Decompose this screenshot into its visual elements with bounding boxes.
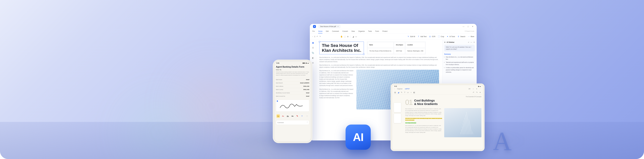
hand-icon[interactable]: ✋ bbox=[340, 36, 343, 38]
eraser-tool[interactable]: ◧ bbox=[414, 92, 415, 94]
menu-view[interactable]: View bbox=[352, 30, 355, 32]
page-counter: 1/8 bbox=[468, 88, 470, 90]
info-table: NameArea SpaceLocation The Sea House of … bbox=[367, 42, 426, 54]
phone-device: 9:41 ▮▮▮◉▬ Agent Banking Details Form De… bbox=[273, 60, 312, 143]
menu-form[interactable]: Form bbox=[375, 30, 379, 32]
more-button[interactable]: ⋯ bbox=[305, 114, 309, 118]
ai-sparkle-icon: ✦ bbox=[444, 41, 446, 43]
panel-icon[interactable]: ▥ bbox=[394, 92, 396, 94]
redo-icon[interactable]: ↷ bbox=[319, 36, 321, 38]
comments-icon[interactable]: ✉ bbox=[312, 62, 314, 64]
menu-tools[interactable]: Tools bbox=[368, 30, 372, 32]
summary-item: Klan Architects Inc., is a mid-sized arc… bbox=[446, 56, 475, 60]
menu-home[interactable]: Home bbox=[318, 30, 322, 32]
wifi-icon: ◉ bbox=[306, 62, 307, 64]
page-header: The Sea House Of Klan Architects Inc. Na… bbox=[319, 42, 439, 54]
minimize-icon[interactable]: — bbox=[462, 26, 464, 28]
minimize-icon[interactable]: — bbox=[470, 41, 472, 43]
ai-icon[interactable]: ✦ bbox=[480, 92, 481, 94]
layers-icon[interactable]: ◧ bbox=[312, 57, 314, 59]
comment-input[interactable]: Comment ⌃ bbox=[276, 120, 309, 125]
summary-item: It relies on photovoltaic panes for elec… bbox=[446, 66, 475, 73]
note-tool[interactable]: ▭ bbox=[407, 92, 409, 94]
underline-button[interactable]: Aa bbox=[286, 114, 290, 118]
decorative-a-glyph: A bbox=[493, 126, 512, 156]
page-caption: The Essential Of Concepts bbox=[405, 96, 482, 98]
maximize-icon[interactable]: □ bbox=[468, 26, 469, 28]
tablet-page[interactable]: The Essential Of Concepts 01 Cool Buildi… bbox=[405, 96, 482, 137]
selection-handle[interactable] bbox=[277, 100, 278, 102]
tablet-columns: Klan Architects Inc., is a mid-sized arc… bbox=[405, 108, 482, 137]
form-rows: Bank NameDetail Bank BranchDetail-solidW… bbox=[275, 78, 310, 98]
close-icon[interactable]: ✕ bbox=[472, 26, 474, 28]
body-paragraph: Klan Architects Inc., is a mid-sized arc… bbox=[319, 56, 439, 63]
crop-button[interactable]: ⛶Crop bbox=[438, 36, 444, 38]
pen-button[interactable]: ✎ bbox=[296, 114, 299, 118]
crop-icon: ⛶ bbox=[438, 36, 440, 38]
toolbar: ▫ ⎙ ↶ ↷ ✋ ⬚ ⊕ ◢ ▭ ✎Edit All TAdd Text ⊡O… bbox=[310, 34, 477, 40]
text-tool[interactable]: T bbox=[404, 92, 405, 94]
more-button[interactable]: ⋯More bbox=[468, 36, 474, 38]
undo-icon[interactable]: ↶ bbox=[473, 92, 474, 94]
signature-box[interactable] bbox=[276, 100, 309, 112]
document-tab[interactable]: Sea House of Klan.pdf ✕ bbox=[318, 25, 340, 28]
menu-edit[interactable]: Edit bbox=[326, 30, 328, 32]
page-thumbnail[interactable] bbox=[394, 114, 401, 123]
menu-comment[interactable]: Comment bbox=[332, 30, 339, 32]
search-button[interactable]: ⚲Search bbox=[458, 36, 466, 38]
signal-icon: ▮▮▮ bbox=[302, 62, 305, 64]
edit-pdf-link[interactable]: editPDF bbox=[405, 88, 410, 90]
close-tab-icon[interactable]: ✕ bbox=[337, 26, 339, 28]
back-icon[interactable]: ‹ bbox=[394, 88, 395, 90]
tablet-topbar: ‹ Organize editPDF 1/8 ☆ ⚲ ⋯ bbox=[393, 88, 482, 90]
menu-protect[interactable]: Protect bbox=[382, 30, 388, 32]
undo-icon[interactable]: ↶ bbox=[316, 36, 318, 38]
more-icon[interactable]: ⋯ bbox=[480, 88, 481, 90]
app-logo-icon: ▾ bbox=[313, 25, 316, 28]
print-icon[interactable]: ⎙ bbox=[314, 36, 315, 38]
expand-icon[interactable]: ⤢ bbox=[468, 41, 469, 43]
bookmark-icon[interactable]: ☆ bbox=[473, 88, 474, 90]
ai-tools-button[interactable]: ✦AI Tools bbox=[446, 36, 455, 38]
select-icon[interactable]: ⬚ bbox=[344, 36, 346, 38]
save-icon[interactable]: ▫ bbox=[312, 36, 313, 38]
menu-file[interactable]: File bbox=[312, 30, 315, 32]
highlighted-text-green: Our design philosophy bbox=[405, 122, 416, 124]
titlebar: ▾ Sea House of Klan.pdf ✕ — □ ✕ bbox=[310, 24, 477, 29]
add-text-button[interactable]: TAdd Text bbox=[418, 36, 426, 38]
search-tools[interactable]: ⚲ Search tools bbox=[465, 30, 474, 32]
tablet-statusbar: 9:41 ◉ ▬ bbox=[393, 86, 482, 87]
highlight-yellow-button[interactable]: Aa bbox=[276, 114, 280, 118]
bookmarks-icon[interactable]: ☰ bbox=[312, 47, 314, 49]
clock: 9:41 bbox=[276, 62, 279, 64]
organize-label[interactable]: Organize bbox=[397, 88, 402, 90]
highlight-icon[interactable]: ◢ bbox=[352, 36, 354, 38]
text-red-button[interactable]: Aa bbox=[281, 114, 285, 118]
pen-tool[interactable]: ✎ bbox=[401, 92, 402, 94]
redo-icon[interactable]: ↷ bbox=[476, 92, 478, 94]
quick-tools: ▫ ⎙ ↶ ↷ bbox=[312, 36, 321, 38]
menu-organize[interactable]: Organize bbox=[358, 30, 365, 32]
menu-convert[interactable]: Convert bbox=[342, 30, 348, 32]
search-icon: ⚲ bbox=[458, 36, 460, 38]
strikethrough-button[interactable]: Aa bbox=[291, 114, 294, 118]
ocr-button[interactable]: ⊡OCR bbox=[429, 36, 435, 38]
device-cluster: ▾ Sea House of Klan.pdf ✕ — □ ✕ File Hom… bbox=[273, 24, 511, 151]
text-tool-button[interactable]: T bbox=[300, 114, 304, 118]
title-selection-box[interactable]: The Sea House Of Klan Architects Inc. bbox=[319, 42, 364, 54]
zoom-icon[interactable]: ⊕ bbox=[347, 36, 348, 38]
window-controls: — □ ✕ bbox=[462, 26, 474, 28]
ai-sidebar-header: ✦ AI Sidebar ⤢—✕ bbox=[444, 41, 475, 43]
search-icon[interactable]: ⚲ bbox=[476, 88, 477, 90]
ai-greeting: Hello! I'm Lumi your AI assistant. How c… bbox=[444, 45, 475, 52]
edit-all-button[interactable]: ✎Edit All bbox=[407, 36, 415, 38]
form-row: Bank NameDetail bbox=[276, 78, 309, 81]
page-thumbnail[interactable] bbox=[394, 102, 401, 112]
ai-app-icon: AI bbox=[346, 124, 371, 150]
attachments-icon[interactable]: 📎 bbox=[312, 52, 314, 54]
shape-tool[interactable]: ○ bbox=[410, 92, 412, 94]
shape-icon[interactable]: ▭ bbox=[355, 36, 357, 38]
highlight-tool[interactable]: ◢ bbox=[398, 92, 399, 94]
close-icon[interactable]: ✕ bbox=[474, 41, 475, 43]
thumbnails-icon[interactable]: ▦ bbox=[312, 42, 314, 44]
